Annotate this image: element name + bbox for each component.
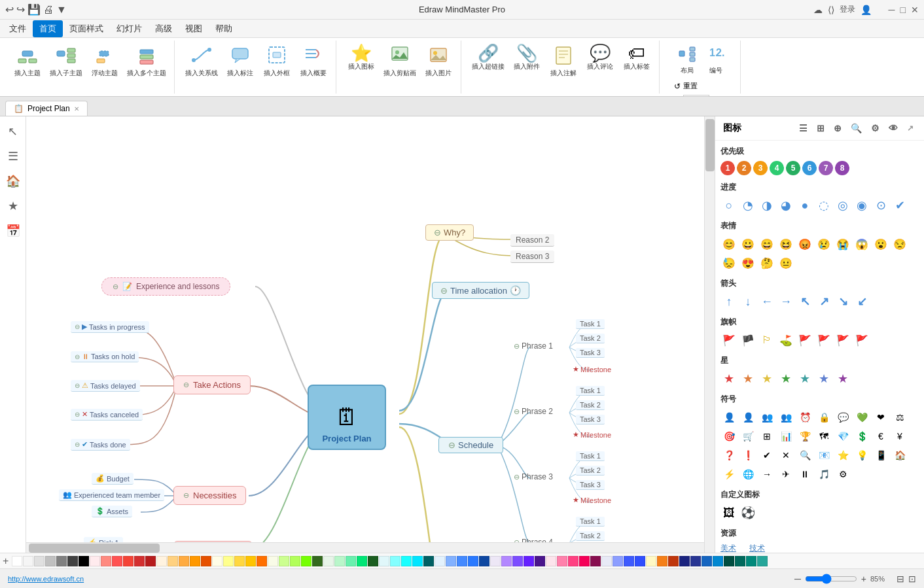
emoji-sad[interactable]: 😢	[815, 235, 832, 252]
scrollbar-thumb-h[interactable]	[29, 544, 160, 553]
color-swatch[interactable]	[423, 556, 434, 566]
priority-7[interactable]: 7	[819, 161, 833, 175]
insert-clipart-button[interactable]: 插入剪贴画	[381, 42, 419, 80]
color-swatch[interactable]	[590, 556, 601, 566]
list-view-icon[interactable]: ☰	[796, 122, 810, 135]
layout-button[interactable]: 布局	[674, 42, 700, 77]
color-swatch[interactable]	[512, 556, 523, 566]
redo-icon[interactable]: ↪	[16, 3, 25, 16]
progress-4[interactable]: ●	[796, 197, 813, 214]
status-url[interactable]: http://www.edrawsoft.cn	[8, 575, 84, 583]
color-swatch[interactable]	[724, 556, 734, 566]
flag-yellow[interactable]: 🏳	[758, 332, 775, 349]
color-swatch[interactable]	[79, 556, 89, 566]
insert-comment-button[interactable]: 💬 插入评论	[583, 42, 617, 73]
color-swatch[interactable]	[568, 556, 578, 566]
color-swatch[interactable]	[201, 556, 211, 566]
phrase2-node[interactable]: ⊖ Phrase 2	[514, 407, 553, 416]
scrollbar-thumb-v[interactable]	[705, 119, 715, 171]
color-swatch[interactable]	[212, 556, 222, 566]
color-swatch[interactable]	[535, 556, 545, 566]
tab-project-plan[interactable]: 📋 Project Plan ✕	[5, 101, 88, 116]
color-swatch[interactable]	[624, 556, 634, 566]
color-swatch[interactable]	[279, 556, 289, 566]
center-node[interactable]: 🗓 Project Plan	[308, 385, 386, 450]
cursor-tool[interactable]: ↖	[5, 122, 20, 141]
phrase3-task2[interactable]: Task 2	[576, 466, 605, 476]
color-swatch[interactable]	[646, 556, 656, 566]
symbol-4[interactable]: 👥	[777, 409, 794, 426]
menu-home[interactable]: 首页	[33, 20, 63, 37]
symbol-27[interactable]: ⭐	[834, 447, 851, 464]
insert-attachment-button[interactable]: 📎 插入附件	[510, 42, 544, 73]
symbol-24[interactable]: ✕	[777, 447, 794, 464]
symbol-25[interactable]: 🔍	[796, 447, 813, 464]
symbol-10[interactable]: ⚖	[891, 409, 908, 426]
cloud-icon[interactable]: ☁	[813, 5, 823, 15]
share-icon[interactable]: ⟨⟩	[828, 5, 834, 15]
color-swatch[interactable]	[490, 556, 501, 566]
phrase1-task3[interactable]: Task 3	[576, 348, 605, 358]
team-member-node[interactable]: 👥 Experienced team member	[59, 489, 164, 501]
user-icon[interactable]: 👤	[861, 5, 872, 15]
symbol-33[interactable]: →	[758, 466, 775, 483]
color-swatch[interactable]	[334, 556, 345, 566]
color-swatch[interactable]	[746, 556, 756, 566]
priority-4[interactable]: 4	[770, 161, 784, 175]
symbol-29[interactable]: 📱	[872, 447, 889, 464]
reason2-node[interactable]: Reason 2	[510, 234, 554, 247]
reason3-node[interactable]: Reason 3	[510, 251, 554, 263]
color-swatch[interactable]	[435, 556, 445, 566]
color-swatch[interactable]	[190, 556, 200, 566]
flag-teal[interactable]: 🚩	[796, 332, 813, 349]
star-tool[interactable]: ★	[5, 196, 21, 216]
progress-2[interactable]: ◑	[758, 197, 775, 214]
color-swatch[interactable]	[346, 556, 356, 566]
color-swatch[interactable]	[657, 556, 667, 566]
progress-0[interactable]: ○	[720, 197, 737, 214]
emoji-neutral[interactable]: 😐	[777, 254, 794, 271]
color-swatch[interactable]	[12, 556, 22, 566]
symbol-12[interactable]: 🛒	[739, 428, 756, 445]
symbol-9[interactable]: ❤	[872, 409, 889, 426]
color-swatch[interactable]	[446, 556, 456, 566]
insert-multi-topic-button[interactable]: 插入多个主题	[124, 42, 169, 80]
color-swatch[interactable]	[635, 556, 645, 566]
experience-node[interactable]: ⊖ 📝 Experience and lessons	[101, 277, 230, 296]
insert-relation-button[interactable]: 插入关系线	[183, 42, 221, 80]
progress-7[interactable]: ◉	[853, 197, 870, 214]
star-orange[interactable]: ★	[739, 370, 756, 387]
color-swatch[interactable]	[290, 556, 300, 566]
phrase1-milestone[interactable]: ★ Milestone	[573, 365, 611, 373]
insert-float-topic-button[interactable]: 浮动主题	[88, 42, 122, 80]
color-swatch[interactable]	[23, 556, 33, 566]
insert-tag-button[interactable]: 🏷 插入标签	[620, 42, 654, 73]
color-swatch[interactable]	[702, 556, 712, 566]
color-swatch[interactable]	[679, 556, 690, 566]
insert-icon-button[interactable]: ⭐ 插入图标	[344, 42, 378, 73]
color-swatch[interactable]	[56, 556, 67, 566]
zoom-slider[interactable]	[805, 574, 857, 584]
flag-green[interactable]: ⛳	[777, 332, 794, 349]
star-green[interactable]: ★	[777, 370, 794, 387]
phrase3-task3[interactable]: Task 3	[576, 480, 605, 490]
color-swatch[interactable]	[412, 556, 423, 566]
menu-page-style[interactable]: 页面样式	[63, 20, 110, 37]
emoji-unamused[interactable]: 😒	[891, 235, 908, 252]
maximize-button[interactable]: □	[900, 5, 906, 15]
star-red[interactable]: ★	[720, 370, 737, 387]
emoji-sweat[interactable]: 😓	[720, 254, 737, 271]
color-swatch[interactable]	[168, 556, 178, 566]
tasks-delayed-node[interactable]: ⊖ ⚠ Tasks delayed	[71, 380, 140, 392]
insert-image-button[interactable]: 插入图片	[421, 42, 455, 80]
flag-orange[interactable]: 🏴	[739, 332, 756, 349]
symbol-34[interactable]: ✈	[777, 466, 794, 483]
assets-node[interactable]: 💲 Assets	[92, 506, 132, 517]
color-swatch[interactable]	[379, 556, 389, 566]
color-swatch[interactable]	[668, 556, 679, 566]
phrase2-task2[interactable]: Task 2	[576, 400, 605, 410]
arrow-up[interactable]: ↑	[720, 293, 737, 310]
symbol-37[interactable]: ⚙	[834, 466, 851, 483]
calendar-tool[interactable]: 📅	[3, 221, 23, 241]
priority-1[interactable]: 1	[720, 161, 735, 175]
